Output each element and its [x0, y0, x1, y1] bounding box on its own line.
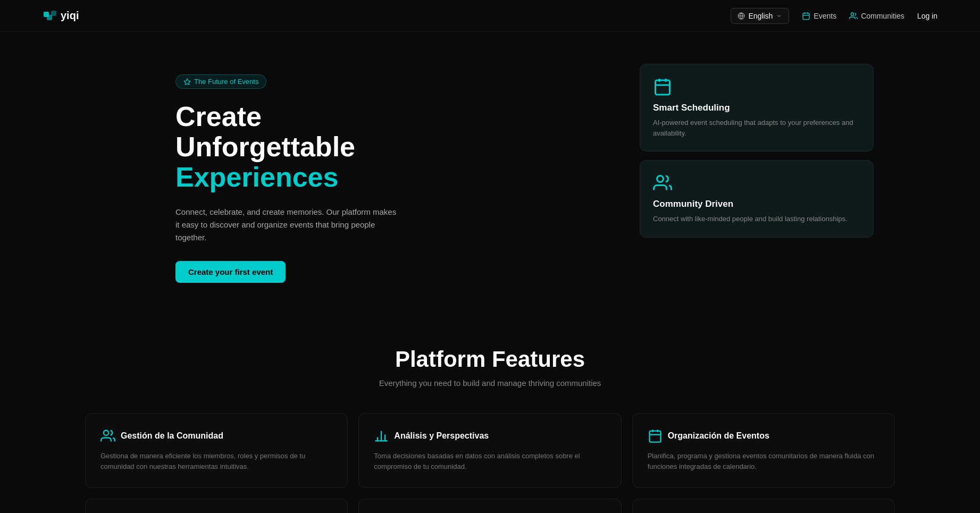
chevron-down-icon [776, 13, 782, 19]
platform-title: Platform Features [85, 347, 895, 372]
feature-analytics-desc: Toma decisiones basadas en datos con aná… [374, 451, 606, 473]
svg-point-15 [657, 176, 664, 182]
community-driven-desc: Connect with like-minded people and buil… [653, 214, 860, 224]
svg-marker-10 [184, 79, 190, 85]
svg-rect-1 [47, 15, 52, 20]
hero-title-line1: Create Unforgettable [175, 101, 355, 162]
communities-icon [849, 12, 858, 20]
feature-card-analytics: Análisis y Perspectivas Toma decisiones … [358, 413, 621, 489]
badge-text: The Future of Events [194, 78, 258, 86]
feature-card-forums: Foros de Discusión Fomenta conversacione… [85, 499, 348, 513]
hero-description: Connect, celebrate, and create memories.… [175, 206, 399, 244]
feature-card-events: Organización de Eventos Planifica, progr… [632, 413, 895, 489]
hero-cards: Smart Scheduling AI-powered event schedu… [640, 64, 874, 238]
create-event-button[interactable]: Create your first event [175, 261, 286, 283]
feature-card-engagement: Compromiso Comunitario Construye conexio… [632, 499, 895, 513]
feature-events-title: Organización de Eventos [668, 431, 769, 441]
events-label: Events [814, 12, 836, 20]
calendar-icon [653, 77, 672, 96]
feature-card-community: Gestión de la Comunidad Gestiona de mane… [85, 413, 348, 489]
hero-title: Create Unforgettable Experiences [175, 102, 431, 193]
sparkle-icon [183, 78, 191, 86]
logo[interactable]: yiqi [43, 9, 79, 23]
svg-rect-11 [656, 80, 670, 95]
smart-scheduling-title: Smart Scheduling [653, 103, 860, 113]
feature-analytics-title: Análisis y Perspectivas [394, 431, 489, 441]
community-driven-card: Community Driven Connect with like-minde… [640, 160, 874, 238]
smart-scheduling-desc: AI-powered event scheduling that adapts … [653, 117, 860, 138]
events-nav-link[interactable]: Events [802, 12, 836, 20]
feature-community-desc: Gestiona de manera eficiente los miembro… [100, 451, 332, 473]
features-grid: Gestión de la Comunidad Gestiona de mane… [85, 413, 895, 513]
logo-text: yiqi [61, 10, 79, 22]
hero-section: The Future of Events Create Unforgettabl… [0, 32, 980, 315]
feature-events-desc: Planifica, programa y gestiona eventos c… [648, 451, 880, 473]
svg-point-9 [851, 13, 853, 15]
logo-icon [43, 9, 57, 23]
login-button[interactable]: Log in [917, 12, 937, 20]
community-mgmt-icon [100, 428, 115, 443]
svg-rect-5 [803, 13, 809, 19]
platform-section: Platform Features Everything you need to… [0, 315, 980, 513]
hero-content: The Future of Events Create Unforgettabl… [175, 64, 431, 283]
feature-card-personalization: Personalización Ajusta la plataforma par… [358, 499, 621, 513]
event-org-icon [648, 428, 663, 443]
navigation: yiqi English Events [0, 0, 980, 32]
events-icon [802, 12, 810, 20]
svg-rect-2 [51, 11, 56, 16]
language-selector[interactable]: English [731, 8, 789, 24]
communities-label: Communities [861, 12, 904, 20]
lang-label: English [748, 12, 773, 20]
hero-badge: The Future of Events [175, 74, 266, 89]
platform-subtitle: Everything you need to build and manage … [85, 379, 895, 388]
community-driven-title: Community Driven [653, 199, 860, 209]
communities-nav-link[interactable]: Communities [849, 12, 904, 20]
feature-community-title: Gestión de la Comunidad [121, 431, 223, 441]
svg-rect-21 [649, 431, 660, 442]
hero-title-accent: Experiences [175, 162, 338, 192]
nav-actions: English Events Communities Log in [731, 8, 937, 24]
svg-point-16 [104, 430, 108, 435]
smart-scheduling-card: Smart Scheduling AI-powered event schedu… [640, 64, 874, 152]
users-icon [653, 173, 672, 192]
analytics-icon [374, 428, 389, 443]
